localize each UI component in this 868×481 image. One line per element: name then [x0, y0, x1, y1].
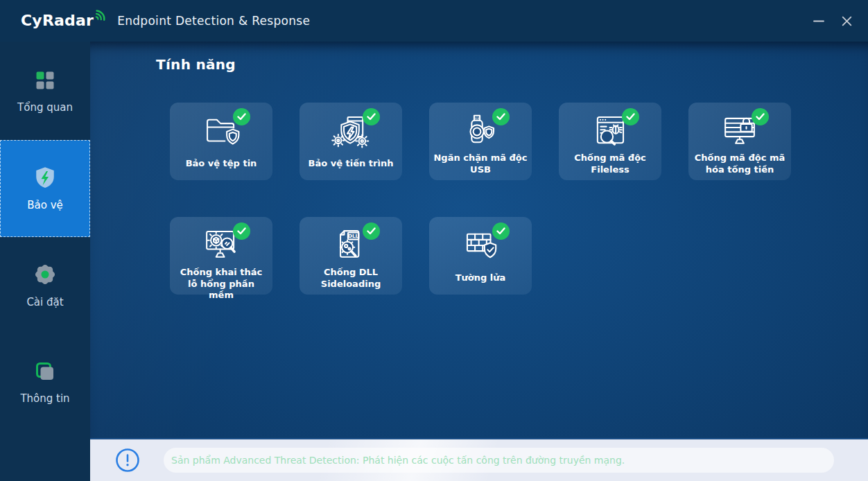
shield-bolt-icon	[33, 166, 57, 189]
app-title: Endpoint Detection & Response	[117, 14, 310, 28]
feature-card-fileless-malware[interactable]: Chống mã độc Fileless	[559, 103, 661, 180]
window-controls	[810, 12, 856, 30]
sidebar-item-label: Cài đặt	[26, 296, 63, 308]
title-bar: CyRadar Endpoint Detection & Response	[0, 0, 868, 42]
minimize-button[interactable]	[810, 12, 828, 30]
feature-card-usb-malware-block[interactable]: Ngăn chặn mã độc USB	[429, 103, 532, 180]
check-badge-icon	[363, 108, 380, 125]
close-button[interactable]	[837, 12, 856, 30]
feature-card-exploit-protection[interactable]: Chống khai thác lỗ hổng phần mềm	[170, 217, 272, 295]
sidebar-item-label: Bảo vệ	[27, 199, 63, 211]
check-badge-icon	[752, 108, 769, 125]
info-squares-icon	[34, 360, 56, 383]
sidebar-item-settings[interactable]: Cài đặt	[0, 237, 90, 334]
svg-text:DLL: DLL	[348, 233, 359, 239]
feature-card-process-protection[interactable]: Bảo vệ tiến trình	[300, 103, 402, 180]
feature-label: Bảo vệ tiến trình	[304, 151, 398, 180]
app-logo: CyRadar	[21, 10, 106, 31]
feature-card-ransomware-protection[interactable]: Chống mã độc mã hóa tống tiền	[688, 103, 791, 180]
logo-text: CyRadar	[21, 10, 94, 31]
check-badge-icon	[492, 222, 510, 240]
check-badge-icon	[492, 108, 510, 125]
main-content: Tính năng Bảo vệ tệp tin	[90, 42, 868, 438]
page-title: Tính năng	[156, 56, 236, 73]
sidebar-item-info[interactable]: Thông tin	[0, 334, 90, 431]
alert-circle-icon	[115, 448, 140, 473]
feature-label: Chống mã độc mã hóa tống tiền	[688, 151, 791, 181]
feature-label: Tường lửa	[451, 265, 510, 295]
feature-label: Chống khai thác lỗ hổng phần mềm	[170, 265, 272, 307]
feature-label: Ngăn chặn mã độc USB	[429, 151, 532, 181]
feature-label: Chống DLL Sideloading	[300, 265, 402, 295]
feature-card-firewall[interactable]: Tường lửa	[429, 217, 532, 295]
check-badge-icon	[363, 222, 380, 240]
grid-icon	[34, 69, 56, 91]
gear-icon	[33, 263, 57, 286]
feature-grid: Bảo vệ tệp tin	[170, 103, 791, 295]
sidebar: Tổng quan Bảo vệ Cài đặt Thông tin	[0, 42, 90, 481]
radar-waves-icon	[94, 8, 107, 21]
status-message: Sản phẩm Advanced Threat Detection: Phát…	[171, 455, 625, 466]
sidebar-item-label: Tổng quan	[17, 101, 73, 114]
sidebar-item-label: Thông tin	[20, 392, 69, 405]
close-icon	[841, 15, 853, 27]
feature-card-file-protection[interactable]: Bảo vệ tệp tin	[170, 103, 272, 180]
check-badge-icon	[233, 222, 250, 240]
feature-card-dll-sideloading[interactable]: DLL Chống DLL Sideloading	[300, 217, 402, 295]
app-window: CyRadar Endpoint Detection & Response	[0, 0, 868, 481]
sidebar-item-protection[interactable]: Bảo vệ	[0, 140, 90, 237]
status-bar: Sản phẩm Advanced Threat Detection: Phát…	[90, 438, 868, 481]
check-badge-icon	[233, 108, 250, 125]
feature-label: Chống mã độc Fileless	[559, 151, 661, 181]
sidebar-item-overview[interactable]: Tổng quan	[0, 43, 90, 140]
feature-label: Bảo vệ tệp tin	[182, 151, 261, 180]
check-badge-icon	[622, 108, 639, 125]
minimize-icon	[813, 15, 825, 27]
notification-pill: Sản phẩm Advanced Threat Detection: Phát…	[164, 448, 834, 473]
